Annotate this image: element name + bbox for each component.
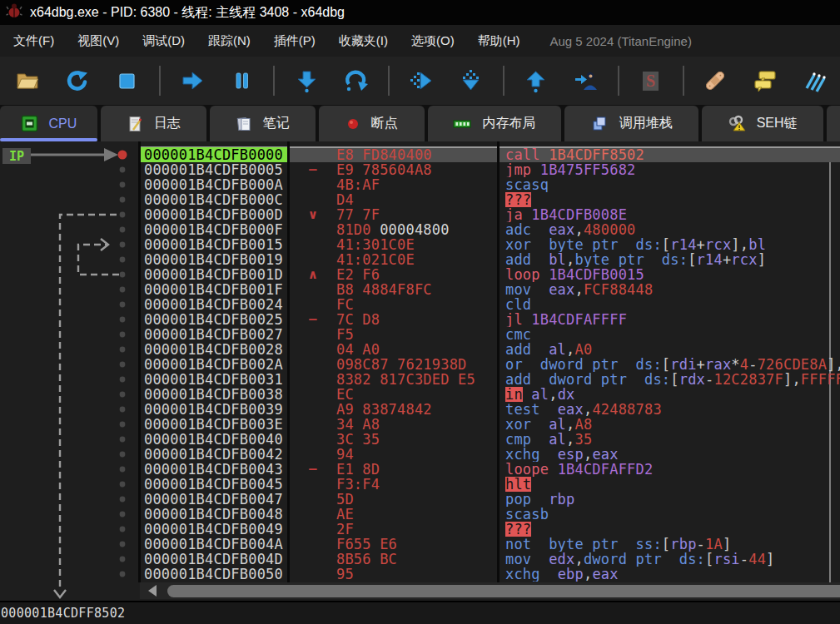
bytes-cell[interactable]: −E9 785604A8 (290, 162, 500, 177)
pause-button[interactable] (223, 62, 261, 99)
instruction-cell[interactable]: cmp al,35 (500, 432, 840, 447)
bytes-cell[interactable]: B8 4884F8FC (290, 282, 500, 297)
menu-item-debug[interactable]: 调试(D) (131, 25, 196, 57)
menu-item-plugins[interactable]: 插件(P) (262, 25, 327, 57)
scrollbar-thumb[interactable] (167, 585, 840, 597)
address-cell[interactable]: 000001B4CDFB000D (140, 207, 290, 222)
address-cell[interactable]: 000001B4CDFB0042 (140, 447, 290, 462)
address-cell[interactable]: 000001B4CDFB0045 (140, 477, 290, 492)
disasm-row[interactable]: 000001B4CDFB0025−7C D8jl 1B4CDFAFFFF (140, 312, 840, 327)
bytes-cell[interactable]: 95 (290, 567, 500, 582)
bytes-cell[interactable]: 3C 35 (290, 432, 500, 447)
address-cell[interactable]: 000001B4CDFB001D (140, 267, 290, 282)
address-cell[interactable]: 000001B4CDFB000F (140, 222, 290, 237)
instruction-cell[interactable]: or dword ptr ds:[rdi+rax*4-726CDE8A],ecx (500, 357, 840, 372)
disasm-row[interactable]: 000001B4CDFB005095xchg ebp,eax (140, 567, 840, 582)
address-cell[interactable]: 000001B4CDFB000A (140, 177, 290, 192)
disasm-row[interactable]: 000001B4CDFB004294xchg esp,eax (140, 447, 840, 462)
address-cell[interactable]: 000001B4CDFB0048 (140, 507, 290, 522)
instruction-cell[interactable]: scasq (500, 177, 840, 192)
bytes-cell[interactable]: −E1 8D (290, 462, 500, 477)
disasm-row[interactable]: 000001B4CDFB004D8B56 BCmov edx,dword ptr… (140, 552, 840, 567)
disasm-row[interactable]: 000001B4CDFB000F81D0 00004800adc eax,480… (140, 222, 840, 237)
menu-item-options[interactable]: 选项(O) (400, 25, 466, 57)
run-to-user-code-button[interactable] (567, 62, 605, 99)
disasm-row[interactable]: 000001B4CDFB0043−E1 8Dloope 1B4CDFAFFD2 (140, 462, 840, 477)
column-separator[interactable] (497, 141, 500, 582)
disasm-row[interactable]: 000001B4CDFB001D∧E2 F6loop 1B4CDFB0015 (140, 267, 840, 282)
instruction-cell[interactable]: jl 1B4CDFAFFFF (500, 312, 840, 327)
instruction-cell[interactable]: xor byte ptr ds:[r14+rcx],bl (500, 237, 840, 252)
disasm-row[interactable]: 000001B4CDFB001941:021C0Eadd bl,byte ptr… (140, 252, 840, 267)
menu-item-trace[interactable]: 跟踪(N) (196, 25, 262, 57)
instruction-cell[interactable]: test eax,42488783 (500, 402, 840, 417)
restart-button[interactable] (58, 62, 97, 99)
bytes-cell[interactable]: AE (290, 507, 500, 522)
address-cell[interactable]: 000001B4CDFB0039 (140, 402, 290, 417)
instruction-cell[interactable]: call 1B4CDFF8502 (500, 147, 840, 162)
bytes-cell[interactable]: ∧E2 F6 (290, 267, 500, 282)
run-button[interactable] (173, 62, 211, 99)
column-separator[interactable] (138, 141, 141, 582)
script-button[interactable]: S (632, 62, 670, 99)
address-cell[interactable]: 000001B4CDFB004A (140, 537, 290, 552)
bytes-cell[interactable]: A9 83874842 (290, 402, 500, 417)
disasm-row[interactable]: 000001B4CDFB0005−E9 785604A8jmp 1B475FF5… (140, 162, 840, 177)
tab-log[interactable]: 日志 (101, 106, 206, 141)
bytes-cell[interactable]: FC (290, 297, 500, 312)
bytes-cell[interactable]: 5D (290, 492, 500, 507)
menu-item-help[interactable]: 帮助(H) (466, 25, 532, 57)
disasm-row[interactable]: 000001B4CDFB002804 A0add al,A0 (140, 342, 840, 357)
menu-item-favourites[interactable]: 收藏夹(I) (327, 25, 400, 57)
disasm-row[interactable]: 000001B4CDFB000D∨77 7Fja 1B4CDFB008E (140, 207, 840, 222)
instruction-cell[interactable]: add dword ptr ds:[rdx-12C2837F],FFFFFFE5 (500, 372, 840, 387)
tab-notes[interactable]: 笔记 (210, 106, 316, 141)
disasm-row[interactable]: 000001B4CDFB0045F3:F4hlt (140, 477, 840, 492)
disasm-row[interactable]: 000001B4CDFB0027F5cmc (140, 327, 840, 342)
address-cell[interactable]: 000001B4CDFB0024 (140, 297, 290, 312)
instruction-cell[interactable]: mov edx,dword ptr ds:[rsi-44] (500, 552, 840, 567)
address-cell[interactable]: 000001B4CDFB0047 (140, 492, 290, 507)
disasm-row[interactable]: 000001B4CDFB00492F??? (140, 522, 840, 537)
instruction-cell[interactable]: xchg ebp,eax (500, 567, 840, 582)
bytes-cell[interactable]: EC (290, 387, 500, 402)
instruction-cell[interactable]: in al,dx (500, 387, 840, 402)
horizontal-scrollbar[interactable] (140, 582, 840, 599)
instruction-cell[interactable]: xchg esp,eax (500, 447, 840, 462)
instruction-cell[interactable]: loop 1B4CDFB0015 (500, 267, 840, 282)
disasm-row[interactable]: 000001B4CDFB0048AEscasb (140, 507, 840, 522)
address-cell[interactable]: 000001B4CDFB0043 (140, 462, 290, 477)
address-cell[interactable]: 000001B4CDFB0049 (140, 522, 290, 537)
disasm-row[interactable]: 000001B4CDFB0038ECin al,dx (140, 387, 840, 402)
address-cell[interactable]: 000001B4CDFB0050 (140, 567, 290, 582)
bytes-cell[interactable]: 34 A8 (290, 417, 500, 432)
bytes-cell[interactable]: 94 (290, 447, 500, 462)
instruction-cell[interactable]: ??? (500, 192, 840, 207)
bytes-cell[interactable]: 2F (290, 522, 500, 537)
address-cell[interactable]: 000001B4CDFB0019 (140, 252, 290, 267)
instruction-cell[interactable]: cld (500, 297, 840, 312)
address-cell[interactable]: 000001B4CDFB0040 (140, 432, 290, 447)
bytes-cell[interactable]: 81D0 00004800 (290, 222, 500, 237)
address-cell[interactable]: 000001B4CDFB0027 (140, 327, 290, 342)
address-cell[interactable]: 000001B4CDFB000C (140, 192, 290, 207)
instruction-cell[interactable]: xor al,A8 (500, 417, 840, 432)
tab-overflow-fragment[interactable] (827, 106, 840, 141)
bytes-cell[interactable]: −7C D8 (290, 312, 500, 327)
menu-item-view[interactable]: 视图(V) (66, 25, 131, 57)
disasm-row[interactable]: 000001B4CDFB000A4B:AFscasq (140, 177, 840, 192)
address-cell[interactable]: 000001B4CDFB0031 (140, 372, 290, 387)
step-over-button[interactable] (337, 62, 375, 99)
disasm-row[interactable]: 000001B4CDFB0039A9 83874842test eax,4248… (140, 402, 840, 417)
address-cell[interactable]: 000001B4CDFB0038 (140, 387, 290, 402)
disasm-row[interactable]: 000001B4CDFB00403C 35cmp al,35 (140, 432, 840, 447)
patch-button[interactable] (697, 62, 735, 99)
bytes-cell[interactable]: D4 (290, 192, 500, 207)
address-cell[interactable]: 000001B4CDFB0005 (140, 162, 290, 177)
disasm-row[interactable]: 000001B4CDFB001FB8 4884F8FCmov eax,FCF88… (140, 282, 840, 297)
tab-breakpoints[interactable]: 断点 (319, 106, 425, 141)
tab-call-stack[interactable]: 调用堆栈 (564, 106, 698, 141)
bytes-cell[interactable]: 8382 817C3DED E5 (290, 372, 500, 387)
disasm-row[interactable]: 000001B4CDFB00475Dpop rbp (140, 492, 840, 507)
instruction-cell[interactable]: add al,A0 (500, 342, 840, 357)
